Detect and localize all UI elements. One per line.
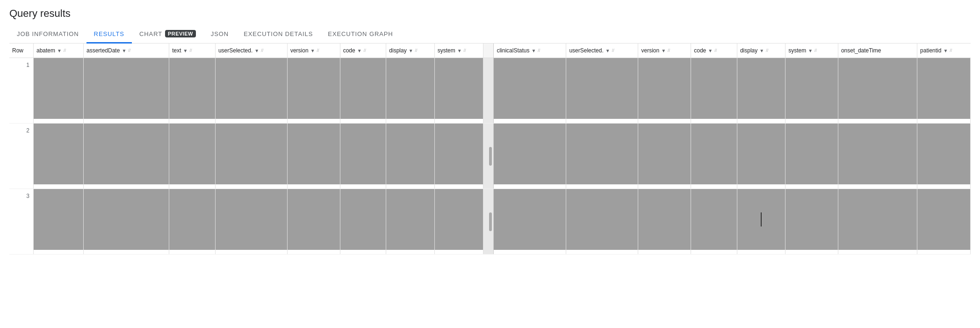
resize-icon-system2: // xyxy=(814,48,817,53)
col-system1-label: system xyxy=(438,47,455,54)
tab-execution-graph[interactable]: EXECUTION GRAPH xyxy=(320,26,400,44)
col-patientid-label: patientid xyxy=(920,47,941,54)
cell-1-assertedDate xyxy=(84,58,169,124)
col-header-system2[interactable]: system ▼ // xyxy=(785,44,838,58)
col-abatem-label: abatem xyxy=(36,47,55,54)
sort-icon-version1: ▼ xyxy=(310,48,315,53)
cell-3-userSelected2 xyxy=(566,189,638,255)
page-title: Query results xyxy=(9,7,971,20)
col-header-text[interactable]: text ▼ // xyxy=(169,44,216,58)
tab-job-information[interactable]: JOB INFORMATION xyxy=(9,26,86,44)
col-header-clinicalStatus[interactable]: clinicalStatus ▼ // xyxy=(494,44,566,58)
sort-icon-userSelected2: ▼ xyxy=(605,48,610,53)
cell-2-sep xyxy=(483,124,494,189)
sort-icon-code1: ▼ xyxy=(357,48,362,53)
resize-icon-userSelected2: // xyxy=(612,48,614,53)
col-row-label: Row xyxy=(12,47,23,54)
sort-icon-abatem: ▼ xyxy=(57,48,62,53)
col-code1-label: code xyxy=(343,47,355,54)
cell-2-userSelected2 xyxy=(566,124,638,189)
cell-2-text xyxy=(169,124,216,189)
col-userSelected-label: userSelected. xyxy=(218,47,252,54)
cell-3-sep xyxy=(483,189,494,255)
cell-2-onset-datetime xyxy=(838,124,917,189)
cell-2-patientid xyxy=(917,124,971,189)
sort-icon-display2: ▼ xyxy=(759,48,764,53)
tab-json[interactable]: JSON xyxy=(203,26,236,44)
cell-3-display2 xyxy=(737,189,785,255)
cell-3-code1 xyxy=(340,189,386,255)
cell-2-system1 xyxy=(434,124,483,189)
resize-icon-userSelected: // xyxy=(261,48,263,53)
cell-2-system2 xyxy=(785,124,838,189)
cell-3-patientid xyxy=(917,189,971,255)
table-header-row: Row abatem ▼ // assertedDate ▼ xyxy=(9,44,971,58)
cell-3-system2 xyxy=(785,189,838,255)
col-version1-label: version xyxy=(290,47,309,54)
cell-2-display2 xyxy=(737,124,785,189)
cell-1-code1 xyxy=(340,58,386,124)
col-header-code1[interactable]: code ▼ // xyxy=(340,44,386,58)
tab-chart-badge: PREVIEW xyxy=(165,30,196,37)
col-header-abatem[interactable]: abatem ▼ // xyxy=(33,44,83,58)
col-header-display2[interactable]: display ▼ // xyxy=(737,44,785,58)
cell-2-display1 xyxy=(386,124,434,189)
tab-execution-details[interactable]: EXECUTION DETAILS xyxy=(236,26,320,44)
cell-3-onset-datetime xyxy=(838,189,917,255)
cell-3-abatem xyxy=(33,189,83,255)
col-userSelected2-label: userSelected. xyxy=(569,47,603,54)
cell-3-code2 xyxy=(691,189,737,255)
cell-1-text xyxy=(169,58,216,124)
cell-2-abatem xyxy=(33,124,83,189)
tab-results[interactable]: RESULTS xyxy=(86,26,132,44)
cell-3-system1 xyxy=(434,189,483,255)
cell-2-version2 xyxy=(638,124,691,189)
resize-icon-abatem: // xyxy=(64,48,66,53)
sort-icon-system2: ▼ xyxy=(808,48,813,53)
cell-1-userSelected xyxy=(215,58,287,124)
sort-icon-clinicalStatus: ▼ xyxy=(531,48,536,53)
col-header-code2[interactable]: code ▼ // xyxy=(691,44,737,58)
table-row: 2 xyxy=(9,124,971,189)
col-header-userSelected2[interactable]: userSelected. ▼ // xyxy=(566,44,638,58)
row-num-3: 3 xyxy=(9,189,33,255)
page-container: Query results JOB INFORMATION RESULTS CH… xyxy=(0,0,980,255)
resize-icon-system1: // xyxy=(464,48,466,53)
sort-icon-version2: ▼ xyxy=(661,48,666,53)
cell-2-code2 xyxy=(691,124,737,189)
results-table: Row abatem ▼ // assertedDate ▼ xyxy=(9,44,971,255)
resize-icon-clinicalStatus: // xyxy=(538,48,540,53)
cell-1-display2 xyxy=(737,58,785,124)
results-table-container: Row abatem ▼ // assertedDate ▼ xyxy=(9,44,971,255)
col-header-userSelected[interactable]: userSelected. ▼ // xyxy=(215,44,287,58)
sort-icon-code2: ▼ xyxy=(708,48,713,53)
resize-icon-version1: // xyxy=(317,48,319,53)
sort-icon-system1: ▼ xyxy=(457,48,462,53)
cell-1-display1 xyxy=(386,58,434,124)
table-row: 3 xyxy=(9,189,971,255)
col-header-row: Row xyxy=(9,44,33,58)
col-header-display1[interactable]: display ▼ // xyxy=(386,44,434,58)
col-header-onset-datetime: onset_dateTime xyxy=(838,44,917,58)
resize-icon-display1: // xyxy=(415,48,418,53)
resize-icon-version2: // xyxy=(668,48,670,53)
col-header-assertedDate[interactable]: assertedDate ▼ // xyxy=(84,44,169,58)
col-clinicalStatus-label: clinicalStatus xyxy=(497,47,529,54)
tab-chart[interactable]: CHART PREVIEW xyxy=(132,25,203,44)
cell-2-code1 xyxy=(340,124,386,189)
sort-icon-text: ▼ xyxy=(183,48,188,53)
sort-icon-display1: ▼ xyxy=(409,48,413,53)
col-header-version1[interactable]: version ▼ // xyxy=(287,44,340,58)
col-header-patientid[interactable]: patientid ▼ // xyxy=(917,44,971,58)
table-row: 1 xyxy=(9,58,971,124)
cell-3-display1 xyxy=(386,189,434,255)
col-header-version2[interactable]: version ▼ // xyxy=(638,44,691,58)
tabs-bar: JOB INFORMATION RESULTS CHART PREVIEW JS… xyxy=(9,25,971,44)
resize-icon-code1: // xyxy=(364,48,366,53)
cell-2-clinicalStatus xyxy=(494,124,566,189)
col-system2-label: system xyxy=(788,47,806,54)
cell-3-version2 xyxy=(638,189,691,255)
col-text-label: text xyxy=(172,47,181,54)
col-header-system1[interactable]: system ▼ // xyxy=(434,44,483,58)
col-version2-label: version xyxy=(641,47,659,54)
